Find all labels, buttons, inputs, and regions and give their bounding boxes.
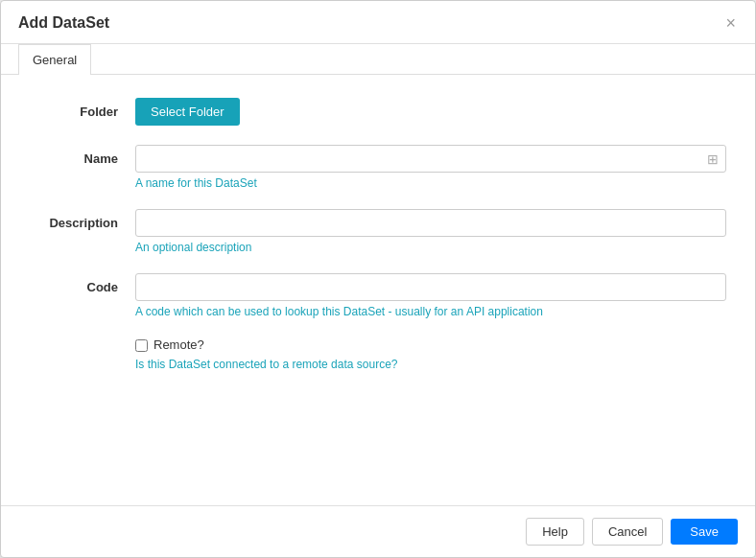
remote-checkbox[interactable] — [135, 339, 148, 352]
description-control: An optional description — [135, 209, 726, 254]
name-input-wrapper: ⊞ — [135, 145, 726, 173]
name-label: Name — [30, 145, 135, 166]
save-button[interactable]: Save — [671, 519, 738, 545]
remote-control: Remote? Is this DataSet connected to a r… — [135, 337, 726, 371]
description-label: Description — [30, 209, 135, 230]
remote-hint: Is this DataSet connected to a remote da… — [135, 358, 726, 371]
description-hint: An optional description — [135, 241, 726, 254]
name-control: ⊞ A name for this DataSet — [135, 145, 726, 190]
name-row: Name ⊞ A name for this DataSet — [30, 145, 726, 190]
close-button[interactable]: × — [723, 14, 738, 32]
dialog-body: Folder Select Folder Name ⊞ A name for t… — [1, 75, 755, 505]
name-input[interactable] — [135, 145, 726, 173]
description-input[interactable] — [135, 209, 726, 237]
code-hint: A code which can be used to lookup this … — [135, 305, 726, 318]
select-folder-button[interactable]: Select Folder — [135, 98, 240, 126]
remote-label-spacer — [30, 337, 135, 344]
dialog-header: Add DataSet × — [1, 1, 755, 44]
code-control: A code which can be used to lookup this … — [135, 273, 726, 318]
tab-general[interactable]: General — [18, 44, 91, 75]
code-label: Code — [30, 273, 135, 294]
remote-checkbox-label[interactable]: Remote? — [154, 337, 204, 352]
folder-control: Select Folder — [135, 98, 726, 126]
code-row: Code A code which can be used to lookup … — [30, 273, 726, 318]
description-row: Description An optional description — [30, 209, 726, 254]
add-dataset-dialog: Add DataSet × General Folder Select Fold… — [0, 0, 756, 558]
cancel-button[interactable]: Cancel — [592, 518, 663, 546]
dialog-title: Add DataSet — [18, 14, 109, 32]
remote-checkbox-row: Remote? — [135, 337, 726, 352]
dialog-footer: Help Cancel Save — [1, 505, 755, 557]
folder-label: Folder — [30, 98, 135, 119]
folder-row: Folder Select Folder — [30, 98, 726, 126]
name-hint: A name for this DataSet — [135, 176, 726, 190]
code-input[interactable] — [135, 273, 726, 301]
tabs-bar: General — [1, 44, 755, 75]
help-button[interactable]: Help — [526, 518, 584, 546]
remote-row: Remote? Is this DataSet connected to a r… — [30, 337, 726, 371]
